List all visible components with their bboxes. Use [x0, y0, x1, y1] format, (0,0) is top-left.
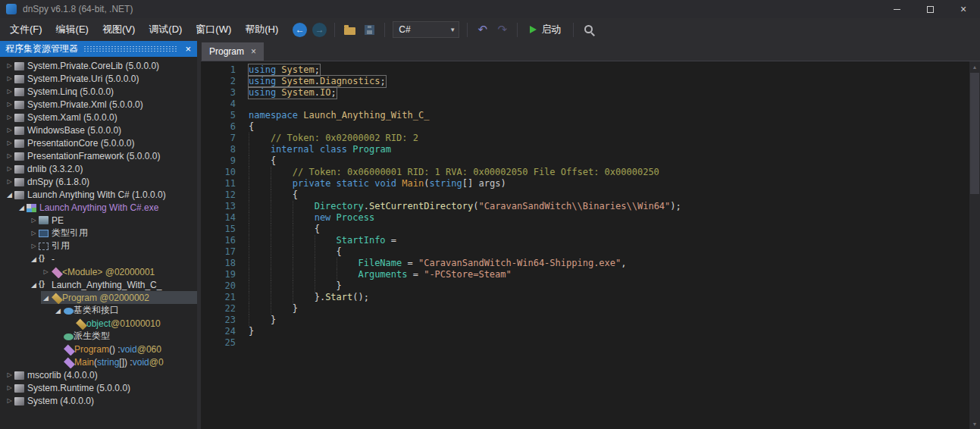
code-line[interactable]: 12{ [201, 189, 980, 201]
tree-item[interactable]: ▷引用 [0, 240, 197, 252]
code-line[interactable]: 18FileName = "CaravanSandWitch-Win64-Shi… [201, 258, 980, 269]
code-line[interactable]: 10// Token: 0x06000001 RID: 1 RVA: 0x000… [201, 167, 980, 178]
chevron-collapsed-icon[interactable]: ▷ [5, 114, 14, 121]
tree-item[interactable]: ▷System.Private.CoreLib (5.0.0.0) [0, 59, 197, 72]
chevron-collapsed-icon[interactable]: ▷ [5, 397, 14, 404]
open-button[interactable] [341, 21, 358, 39]
code-line[interactable]: 1using System; [201, 64, 980, 76]
chevron-expanded-icon[interactable]: ◢ [41, 294, 51, 302]
tree-item[interactable]: ▷System.Private.Xml (5.0.0.0) [0, 98, 197, 111]
code-line[interactable]: 17{ [201, 246, 980, 258]
tree-item[interactable]: ▷PE [0, 214, 197, 227]
menu-item-help[interactable]: 帮助(H) [238, 20, 285, 39]
chevron-collapsed-icon[interactable]: ▷ [41, 268, 51, 275]
start-debug-button[interactable]: 启动 [524, 20, 567, 39]
search-button[interactable] [580, 21, 597, 39]
code-line[interactable]: 13Directory.SetCurrentDirectory("Caravan… [201, 201, 980, 212]
tree-item[interactable]: ▷PresentationFramework (5.0.0.0) [0, 149, 197, 162]
tree-item[interactable]: ◢基类和接口 [0, 304, 197, 317]
tree-item[interactable]: ▷mscorlib (4.0.0.0) [0, 368, 197, 381]
tree-item[interactable]: ▷PresentationCore (5.0.0.0) [0, 136, 197, 149]
code-line[interactable]: 7// Token: 0x02000002 RID: 2 [201, 133, 980, 144]
chevron-collapsed-icon[interactable]: ▷ [29, 217, 39, 224]
tree-item[interactable]: ▷<Module> @02000001 [0, 265, 197, 278]
editor-vertical-scrollbar[interactable]: ▲ ▼ [969, 61, 980, 429]
title-bar[interactable]: dnSpy v6.1.8 (64-bit, .NET) × [0, 0, 980, 18]
chevron-expanded-icon[interactable]: ◢ [5, 191, 14, 199]
tree-item[interactable]: 派生类型 [0, 330, 197, 343]
tab-close-icon[interactable]: × [251, 47, 256, 56]
tree-item[interactable]: ▷System (4.0.0.0) [0, 394, 197, 407]
code-line[interactable]: 5namespace Launch_Anything_With_C_ [201, 110, 980, 121]
chevron-expanded-icon[interactable]: ◢ [29, 255, 39, 263]
tree-item[interactable]: ▷System.Linq (5.0.0.0) [0, 85, 197, 98]
tree-item[interactable]: ▷类型引用 [0, 227, 197, 240]
chevron-collapsed-icon[interactable]: ▷ [5, 101, 14, 108]
save-all-button[interactable] [361, 21, 378, 39]
code-line[interactable]: 22} [201, 303, 980, 315]
chevron-expanded-icon[interactable]: ◢ [17, 204, 27, 211]
chevron-collapsed-icon[interactable]: ▷ [5, 127, 14, 133]
chevron-collapsed-icon[interactable]: ▷ [5, 178, 14, 185]
tab-program[interactable]: Program × [202, 42, 264, 61]
code-line[interactable]: 20} [201, 280, 980, 292]
tree-item[interactable]: ◢Launch Anything With C# (1.0.0.0) [0, 188, 197, 201]
language-selector[interactable]: C# ▼ [393, 21, 459, 38]
menu-item-view[interactable]: 视图(V) [95, 20, 142, 39]
code-line[interactable]: 3using System.IO; [201, 87, 980, 99]
code-line[interactable]: 14new Process [201, 212, 980, 224]
chevron-collapsed-icon[interactable]: ▷ [5, 165, 14, 172]
chevron-collapsed-icon[interactable]: ▷ [5, 139, 14, 146]
code-line[interactable]: 23} [201, 315, 980, 326]
tree-item[interactable]: ◢Program @02000002 [0, 291, 197, 304]
menu-item-file[interactable]: 文件(F) [3, 20, 49, 39]
chevron-collapsed-icon[interactable]: ▷ [5, 88, 14, 95]
chevron-collapsed-icon[interactable]: ▷ [5, 62, 14, 69]
chevron-collapsed-icon[interactable]: ▷ [5, 371, 14, 378]
code-line[interactable]: 21}.Start(); [201, 292, 980, 303]
tree-item[interactable]: ▷System.Private.Uri (5.0.0.0) [0, 72, 197, 85]
chevron-collapsed-icon[interactable]: ▷ [5, 384, 14, 391]
redo-button[interactable]: ↷ [493, 21, 511, 39]
menu-item-edit[interactable]: 编辑(E) [49, 20, 95, 39]
panel-drag-grip[interactable] [83, 45, 177, 52]
code-line[interactable]: 9{ [201, 155, 980, 167]
code-line[interactable]: 15{ [201, 224, 980, 235]
code-line[interactable]: 8internal class Program [201, 144, 980, 155]
close-button[interactable]: × [947, 0, 980, 18]
code-line[interactable]: 19Arguments = "-PCStore=Steam" [201, 269, 980, 280]
tree-item[interactable]: ▷dnSpy (6.1.8.0) [0, 175, 197, 188]
chevron-expanded-icon[interactable]: ◢ [53, 307, 63, 315]
code-line[interactable]: 16StartInfo = [201, 235, 980, 246]
code-line[interactable]: 6{ [201, 121, 980, 133]
code-line[interactable]: 24} [201, 326, 980, 337]
undo-button[interactable]: ↶ [474, 21, 491, 39]
tree-item[interactable]: ▷dnlib (3.3.2.0) [0, 162, 197, 175]
panel-close-button[interactable]: × [183, 44, 193, 54]
code-line[interactable]: 11private static void Main(string[] args… [201, 178, 980, 189]
menu-item-window[interactable]: 窗口(W) [189, 20, 238, 39]
chevron-collapsed-icon[interactable]: ▷ [29, 230, 39, 236]
tree-item[interactable]: ◢Launch_Anything_With_C_ [0, 278, 197, 291]
tree-item[interactable]: ▷System.Runtime (5.0.0.0) [0, 381, 197, 394]
tree-item[interactable]: ◢Launch Anything With C#.exe [0, 201, 197, 214]
chevron-collapsed-icon[interactable]: ▷ [29, 243, 39, 249]
maximize-button[interactable] [913, 0, 947, 18]
navigate-forward-button[interactable]: → [311, 21, 328, 39]
code-line[interactable]: 4 [201, 99, 980, 110]
scroll-down-icon[interactable]: ▼ [969, 418, 980, 429]
tree-item[interactable]: Program() : void @060 [0, 343, 197, 355]
tree-item[interactable]: ▷WindowsBase (5.0.0.0) [0, 124, 197, 136]
code-line[interactable]: 25 [201, 337, 980, 349]
menu-item-debug[interactable]: 调试(D) [142, 20, 189, 39]
scrollbar-thumb[interactable] [970, 73, 979, 194]
chevron-collapsed-icon[interactable]: ▷ [5, 75, 14, 82]
chevron-collapsed-icon[interactable]: ▷ [5, 152, 14, 159]
code-line[interactable]: 2using System.Diagnostics; [201, 76, 980, 87]
navigate-back-button[interactable]: ← [291, 21, 308, 39]
tree-item[interactable]: object @01000010 [0, 317, 197, 330]
tree-item[interactable]: Main(string[]) : void @0 [0, 355, 197, 368]
minimize-button[interactable] [880, 0, 913, 18]
chevron-expanded-icon[interactable]: ◢ [29, 281, 39, 289]
tree-item[interactable]: ▷System.Xaml (5.0.0.0) [0, 111, 197, 124]
